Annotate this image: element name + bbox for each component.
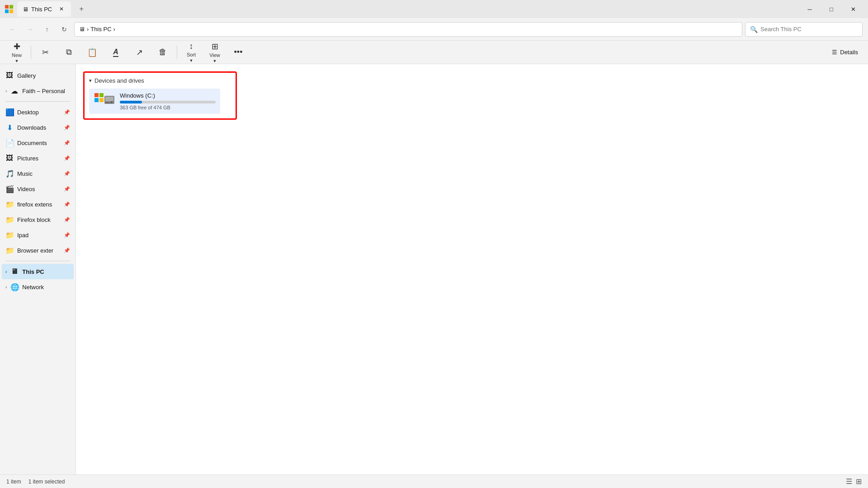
section-title: Devices and drives: [94, 77, 144, 84]
close-button[interactable]: ✕: [843, 0, 863, 18]
toolbar-right: ☰ Details: [827, 47, 863, 57]
list-view-toggle[interactable]: ☰: [846, 477, 852, 486]
sidebar-item-label: Gallery: [17, 72, 36, 79]
toolbar-separator-1: [31, 46, 31, 59]
sidebar-item-label: Browser exter: [17, 247, 53, 254]
sort-dropdown-icon: ▼: [189, 58, 193, 63]
delete-icon: 🗑: [159, 47, 167, 57]
sidebar-item-browser-exter[interactable]: 📁 Browser exter 📌: [0, 243, 75, 258]
sidebar-item-label: Documents: [17, 140, 47, 146]
up-button[interactable]: ↑: [40, 22, 54, 37]
svg-rect-1: [9, 5, 13, 9]
pin-icon: 📌: [64, 186, 70, 192]
sidebar-item-music[interactable]: 🎵 Music 📌: [0, 166, 75, 181]
cut-icon: ✂: [42, 47, 49, 57]
toolbar-separator-2: [177, 46, 177, 59]
sidebar-item-this-pc[interactable]: › 🖥 This PC: [2, 264, 74, 279]
delete-button[interactable]: 🗑: [151, 42, 174, 62]
sidebar-item-desktop[interactable]: 🟦 Desktop 📌: [0, 104, 75, 120]
sidebar-item-label: Desktop: [17, 109, 39, 116]
downloads-icon: ⬇: [5, 123, 14, 132]
sidebar-item-gallery[interactable]: 🖼 Gallery: [0, 68, 75, 83]
sidebar-item-pictures[interactable]: 🖼 Pictures 📌: [0, 150, 75, 166]
pin-icon: 📌: [64, 171, 70, 177]
sidebar-item-ipad[interactable]: 📁 Ipad 📌: [0, 227, 75, 243]
desktop-icon: 🟦: [5, 108, 14, 117]
svg-rect-3: [9, 9, 13, 13]
documents-icon: 📄: [5, 139, 14, 147]
search-icon: 🔍: [750, 26, 758, 33]
sidebar-item-label: Firefox block: [17, 216, 51, 223]
copy-button[interactable]: ⧉: [57, 42, 80, 62]
search-box[interactable]: 🔍: [745, 22, 863, 37]
details-button[interactable]: ☰ Details: [827, 47, 863, 57]
tab-title: This PC: [31, 6, 52, 13]
rename-button[interactable]: A: [104, 42, 127, 62]
drive-bar-background: [120, 101, 216, 103]
more-button[interactable]: •••: [227, 42, 250, 62]
details-icon: ☰: [832, 49, 837, 56]
view-label: View: [209, 52, 220, 58]
videos-icon: 🎬: [5, 185, 14, 193]
sidebar-item-documents[interactable]: 📄 Documents 📌: [0, 135, 75, 150]
rename-icon: A: [113, 48, 118, 57]
view-dropdown-icon: ▼: [213, 59, 217, 63]
drive-info: Windows (C:) 363 GB free of 474 GB: [120, 92, 216, 110]
paste-button[interactable]: 📋: [81, 42, 104, 62]
pictures-icon: 🖼: [5, 154, 14, 162]
address-bar: ← → ↑ ↻ 🖥 › This PC › 🔍: [0, 18, 868, 41]
svg-rect-5: [99, 93, 104, 97]
sidebar-item-label: Pictures: [17, 155, 38, 162]
refresh-button[interactable]: ↻: [57, 22, 71, 37]
tab-close-button[interactable]: ✕: [57, 5, 66, 13]
sidebar-item-firefox-block[interactable]: 📁 Firefox block 📌: [0, 212, 75, 227]
sidebar-item-label: Ipad: [17, 232, 28, 239]
pin-icon: 📌: [64, 248, 70, 253]
svg-rect-4: [94, 93, 99, 97]
svg-rect-0: [5, 5, 9, 9]
path-separator: ›: [87, 26, 89, 33]
sidebar-separator: [5, 101, 70, 102]
sidebar-item-network[interactable]: › 🌐 Network: [0, 279, 75, 295]
network-icon: 🌐: [10, 283, 19, 291]
grid-view-toggle[interactable]: ⊞: [856, 477, 862, 486]
tab-icon: 🖥: [23, 6, 28, 13]
expand-icon: ›: [5, 269, 7, 274]
item-count: 1 item: [6, 479, 21, 485]
share-icon: ↗: [136, 47, 143, 57]
maximize-button[interactable]: □: [821, 0, 842, 18]
new-label: New: [12, 52, 22, 58]
new-icon: ✚: [14, 42, 20, 52]
drive-card-c[interactable]: Windows (C:) 363 GB free of 474 GB: [89, 89, 220, 114]
forward-button[interactable]: →: [23, 22, 37, 37]
sidebar: 🖼 Gallery › ☁ Faith – Personal 🟦 Desktop…: [0, 64, 76, 474]
search-input[interactable]: [760, 26, 858, 33]
back-button[interactable]: ←: [5, 22, 20, 37]
drive-space-text: 363 GB free of 474 GB: [120, 105, 216, 110]
drive-bar-fill: [120, 101, 142, 103]
section-chevron: ▾: [89, 78, 92, 84]
window-controls: ─ □ ✕: [799, 0, 863, 18]
sort-button[interactable]: ↕ Sort ▼: [180, 42, 203, 62]
cut-button[interactable]: ✂: [34, 42, 57, 62]
svg-rect-7: [99, 98, 104, 102]
sidebar-item-firefox-extens[interactable]: 📁 firefox extens 📌: [0, 197, 75, 212]
sidebar-item-videos[interactable]: 🎬 Videos 📌: [0, 181, 75, 197]
sidebar-item-faith-personal[interactable]: › ☁ Faith – Personal: [0, 83, 75, 99]
sidebar-item-downloads[interactable]: ⬇ Downloads 📌: [0, 120, 75, 135]
pin-icon: 📌: [64, 202, 70, 207]
app-icon: [5, 5, 14, 14]
address-path[interactable]: 🖥 › This PC ›: [74, 22, 742, 37]
sidebar-item-label: Music: [17, 170, 33, 177]
svg-rect-11: [105, 102, 110, 103]
path-text: This PC: [90, 26, 111, 33]
path-icon: 🖥: [79, 26, 85, 33]
add-tab-button[interactable]: +: [75, 2, 88, 16]
share-button[interactable]: ↗: [128, 42, 151, 62]
details-label: Details: [840, 49, 858, 56]
minimize-button[interactable]: ─: [799, 0, 820, 18]
copy-icon: ⧉: [66, 47, 72, 57]
tab-this-pc[interactable]: 🖥 This PC ✕: [17, 1, 71, 17]
new-button[interactable]: ✚ New ▼: [5, 42, 28, 62]
view-button[interactable]: ⊞ View ▼: [203, 42, 226, 62]
